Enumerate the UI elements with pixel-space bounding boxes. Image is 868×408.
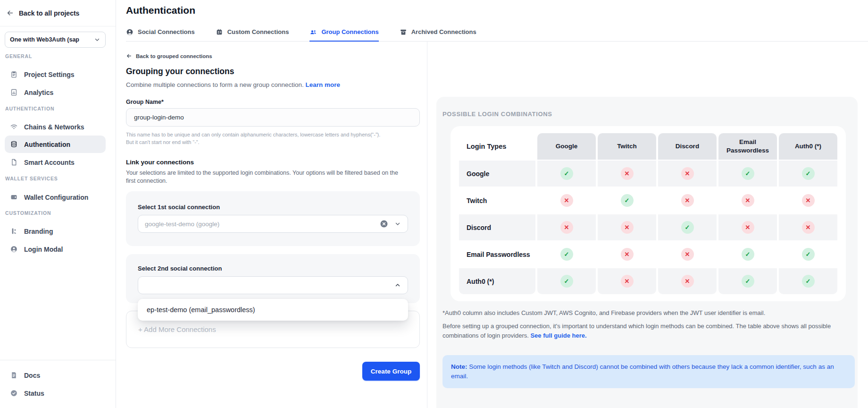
cross-icon: ✕ bbox=[681, 248, 694, 261]
connection-dropdown-option[interactable]: ep-test-demo (email_passwordless) bbox=[138, 299, 408, 321]
combos-cell: ✓ bbox=[779, 161, 837, 187]
chevron-up-icon bbox=[394, 282, 401, 289]
create-group-button[interactable]: Create Group bbox=[362, 362, 420, 381]
tab-social-connections[interactable]: Social Connections bbox=[126, 24, 195, 42]
tab-label: Social Connections bbox=[138, 28, 195, 35]
check-icon: ✓ bbox=[742, 248, 754, 261]
sidebar-item-authentication[interactable]: Authentication bbox=[5, 136, 106, 153]
combos-cell: ✓ bbox=[779, 241, 837, 267]
app-root: Back to all projects One with Web3Auth (… bbox=[0, 0, 868, 408]
combos-cell: ✕ bbox=[718, 214, 777, 240]
cross-icon: ✕ bbox=[621, 221, 634, 234]
archive-box-icon bbox=[400, 28, 407, 36]
combos-cell: ✕ bbox=[779, 214, 837, 240]
see-full-guide-link[interactable]: See full guide here. bbox=[530, 332, 586, 339]
group-users-icon bbox=[309, 28, 317, 36]
sidebar-item-label: Authentication bbox=[24, 141, 70, 148]
section-label-general: GENERAL bbox=[5, 53, 32, 59]
tab-group-connections[interactable]: Group Connections bbox=[309, 24, 378, 42]
chevron-down-icon bbox=[394, 221, 401, 227]
cross-icon: ✕ bbox=[681, 194, 694, 207]
first-connection-card: Select 1st social connection google-test… bbox=[126, 191, 420, 246]
combos-cell: ✓ bbox=[779, 268, 837, 294]
combos-row: Google✓✕✕✓✓ bbox=[459, 161, 837, 187]
first-connection-select[interactable]: google-test-demo (google) bbox=[138, 215, 408, 233]
combos-cell: ✓ bbox=[598, 187, 656, 213]
combos-cell: ✓ bbox=[537, 241, 596, 267]
combos-cell: ✕ bbox=[598, 214, 656, 240]
tab-archived-connections[interactable]: Archived Connections bbox=[400, 24, 476, 42]
sidebar-item-status[interactable]: Status bbox=[5, 384, 106, 402]
check-icon: ✓ bbox=[742, 275, 754, 288]
helper-line-1: This name has to be unique and can only … bbox=[126, 131, 409, 138]
project-selector-value: One with Web3Auth (sap bbox=[10, 36, 91, 43]
check-icon: ✓ bbox=[802, 248, 815, 261]
combos-row-label: Google bbox=[459, 161, 535, 187]
combos-body: Google✓✕✕✓✓Twitch✕✓✕✕✕Discord✕✕✓✕✕Email … bbox=[459, 161, 837, 294]
sidebar-item-label: Wallet Configuration bbox=[24, 194, 88, 201]
second-connection-select[interactable] bbox=[138, 276, 408, 294]
sidebar-item-project-settings[interactable]: Project Settings bbox=[5, 66, 106, 83]
possible-login-combinations-panel: POSSIBLE LOGIN COMBINATIONS Login TypesG… bbox=[436, 97, 858, 408]
status-check-circle-icon bbox=[10, 389, 18, 397]
combos-cell: ✕ bbox=[658, 161, 717, 187]
tab-bar: Social Connections Custom Connections Gr… bbox=[126, 24, 868, 42]
sidebar-item-label: Login Modal bbox=[24, 246, 63, 253]
combos-table: Login TypesGoogleTwitchDiscordEmail Pass… bbox=[457, 132, 839, 295]
project-selector[interactable]: One with Web3Auth (sap bbox=[5, 32, 106, 48]
sidebar-item-label: Smart Accounts bbox=[24, 159, 75, 166]
learn-more-link[interactable]: Learn more bbox=[305, 81, 340, 88]
sidebar-item-branding[interactable]: Branding bbox=[5, 222, 106, 240]
combos-cell: ✕ bbox=[598, 241, 656, 267]
tab-custom-connections[interactable]: Custom Connections bbox=[216, 24, 289, 42]
note-box: Note: Some login methods (like Twitch an… bbox=[442, 355, 855, 388]
wifi-icon bbox=[10, 123, 18, 131]
sidebar-item-login-modal[interactable]: Login Modal bbox=[5, 240, 106, 258]
note-text: Some login methods (like Twitch and Disc… bbox=[451, 363, 834, 380]
group-name-input[interactable] bbox=[126, 108, 420, 127]
docs-icon bbox=[10, 371, 18, 379]
cross-icon: ✕ bbox=[742, 194, 754, 207]
cross-icon: ✕ bbox=[621, 248, 634, 261]
database-stack-icon bbox=[10, 140, 18, 148]
check-icon: ✓ bbox=[560, 167, 573, 180]
user-circle-icon bbox=[10, 245, 18, 253]
tab-label: Custom Connections bbox=[227, 28, 289, 35]
sidebar-item-smart-accounts[interactable]: Smart Accounts bbox=[5, 153, 106, 171]
combinations-footnote: Before setting up a grouped connection, … bbox=[442, 322, 854, 340]
check-icon: ✓ bbox=[621, 194, 634, 207]
combos-cell: ✓ bbox=[718, 161, 777, 187]
clear-selection-icon[interactable] bbox=[380, 220, 388, 228]
sidebar-footer-divider bbox=[0, 360, 116, 360]
group-name-label: Group Name* bbox=[126, 99, 164, 105]
check-icon: ✓ bbox=[560, 248, 573, 261]
helper-line-2: But it can't start nor end with “-”. bbox=[126, 138, 409, 146]
link-connections-title: Link your connections bbox=[126, 159, 194, 166]
back-to-projects-link[interactable]: Back to all projects bbox=[0, 0, 116, 26]
sidebar-item-chains-networks[interactable]: Chains & Networks bbox=[5, 118, 106, 136]
combos-column-header: Auth0 (*) bbox=[779, 133, 837, 160]
combos-cell: ✓ bbox=[718, 241, 777, 267]
first-connection-label: Select 1st social connection bbox=[138, 204, 220, 211]
combinations-footnote-text: Before setting up a grouped connection, … bbox=[442, 323, 831, 339]
first-connection-value: google-test-demo (google) bbox=[145, 221, 380, 228]
id-badge-icon bbox=[216, 28, 223, 36]
sidebar-item-analytics[interactable]: Analytics bbox=[5, 84, 106, 101]
vertical-divider bbox=[427, 42, 427, 408]
back-arrow-icon bbox=[6, 9, 14, 17]
back-link-label: Back to grouped connections bbox=[136, 53, 212, 59]
combos-cell: ✕ bbox=[658, 187, 717, 213]
back-to-grouped-connections-link[interactable]: Back to grouped connections bbox=[126, 53, 212, 59]
combos-row: Discord✕✕✓✕✕ bbox=[459, 214, 837, 240]
sidebar-item-docs[interactable]: Docs bbox=[5, 366, 106, 384]
combos-cell: ✕ bbox=[658, 241, 717, 267]
check-icon: ✓ bbox=[560, 275, 573, 288]
combos-cell: ✓ bbox=[718, 268, 777, 294]
combinations-panel-title: POSSIBLE LOGIN COMBINATIONS bbox=[442, 110, 552, 118]
sidebar-item-wallet-configuration[interactable]: Wallet Configuration bbox=[5, 188, 106, 206]
combos-row: Twitch✕✓✕✕✕ bbox=[459, 187, 837, 213]
section-label-authentication: AUTHENTICATION bbox=[5, 106, 54, 111]
auth0-footnote: *Auth0 column also includes Custom JWT, … bbox=[442, 309, 848, 316]
section-label-wallet-services: WALLET SERVICES bbox=[5, 176, 58, 181]
tab-label: Archived Connections bbox=[411, 28, 476, 35]
